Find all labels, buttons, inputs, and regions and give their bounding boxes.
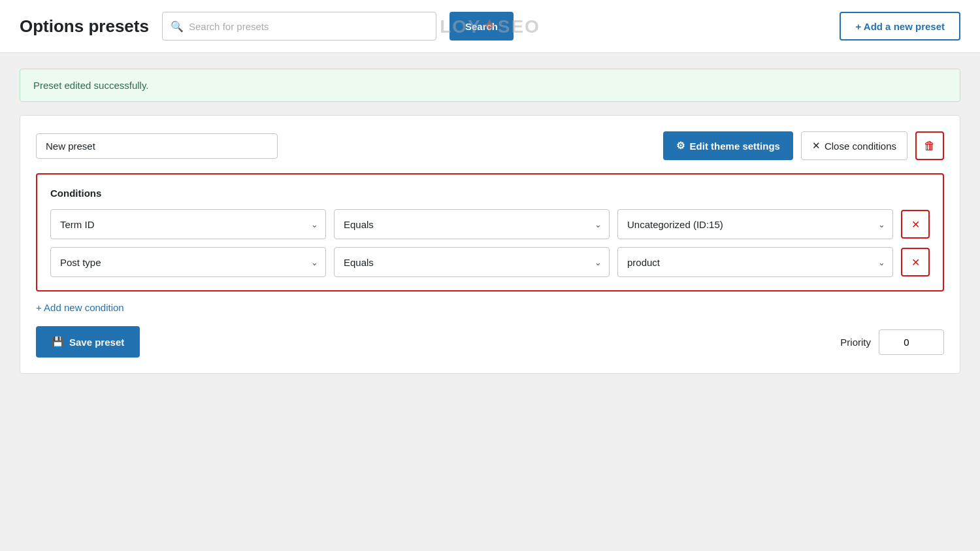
value-select-wrapper-2: product post page ⌄ [617,247,893,277]
field-select-2[interactable]: Post type Term ID Page Category [50,247,326,277]
edit-theme-label: Edit theme settings [690,141,780,152]
priority-section: Priority [840,329,944,355]
preset-card: ⚙ Edit theme settings ✕ Close conditions… [20,115,960,374]
value-select-2[interactable]: product post page [617,247,893,277]
field-select-wrapper-1: Term ID Post type Page Category ⌄ [50,209,326,239]
operator-select-wrapper-1: Equals Not equals Contains ⌄ [334,209,610,239]
success-message: Preset edited successfully. [33,80,148,91]
priority-input[interactable] [879,329,944,355]
search-bar: 🔍 [162,12,436,41]
save-icon: 💾 [52,336,64,348]
conditions-box: Conditions Term ID Post type Page Catego… [36,173,944,292]
page-title: Options presets [20,16,149,37]
delete-preset-button[interactable]: 🗑 [915,131,944,160]
search-input[interactable] [189,21,428,32]
value-select-1[interactable]: Uncategorized (ID:15) Category 1 (ID:1) … [617,209,893,239]
field-select-wrapper-2: Post type Term ID Page Category ⌄ [50,247,326,277]
priority-label: Priority [840,337,871,348]
search-button[interactable]: Search [449,12,514,41]
field-select-1[interactable]: Term ID Post type Page Category [50,209,326,239]
save-preset-label: Save preset [69,337,124,348]
condition-row: Term ID Post type Page Category ⌄ Equals… [50,209,930,239]
conditions-title: Conditions [50,188,930,199]
preset-header-row: ⚙ Edit theme settings ✕ Close conditions… [36,131,944,160]
value-select-wrapper-1: Uncategorized (ID:15) Category 1 (ID:1) … [617,209,893,239]
save-preset-button[interactable]: 💾 Save preset [36,326,140,358]
operator-select-2[interactable]: Equals Not equals Contains [334,247,610,277]
condition-row: Post type Term ID Page Category ⌄ Equals… [50,247,930,277]
preset-name-input[interactable] [36,133,278,159]
add-new-preset-button[interactable]: + Add a new preset [840,12,960,41]
add-new-condition-link[interactable]: + Add new condition [36,302,944,313]
trash-icon: 🗑 [924,139,936,153]
close-icon: ✕ [812,140,821,152]
header: Options presets 🔍 Search LOY✦SEO + Add a… [0,0,980,53]
operator-select-1[interactable]: Equals Not equals Contains [334,209,610,239]
remove-condition-2-button[interactable]: ✕ [901,248,930,276]
edit-theme-settings-button[interactable]: ⚙ Edit theme settings [663,131,793,160]
x-icon: ✕ [911,218,920,231]
close-conditions-button[interactable]: ✕ Close conditions [801,131,907,160]
main-content: Preset edited successfully. ⚙ Edit theme… [0,53,980,390]
save-row: 💾 Save preset Priority [36,326,944,358]
success-banner: Preset edited successfully. [20,69,960,102]
add-condition-label: + Add new condition [36,302,124,313]
gear-icon: ⚙ [676,140,685,152]
remove-condition-1-button[interactable]: ✕ [901,210,930,239]
x-icon: ✕ [911,256,920,269]
search-icon: 🔍 [171,20,184,33]
close-conditions-label: Close conditions [825,141,896,152]
operator-select-wrapper-2: Equals Not equals Contains ⌄ [334,247,610,277]
